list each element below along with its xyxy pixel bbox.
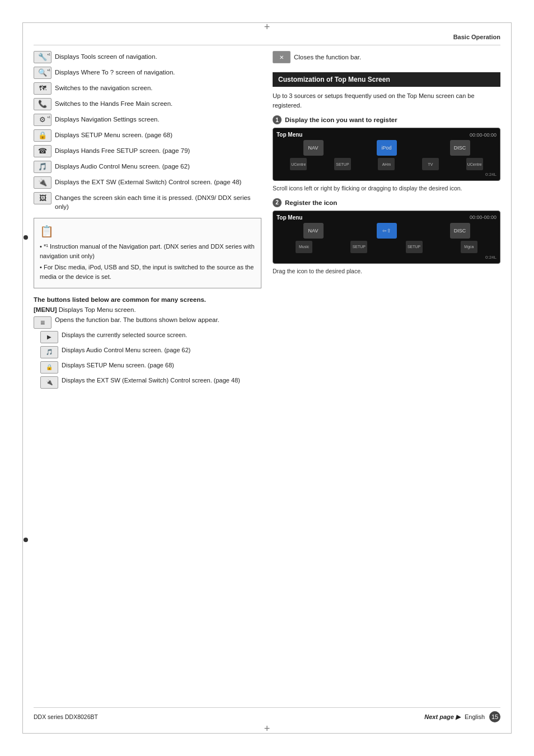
list-item: 🔧 *¹ Displays Tools screen of navigation… — [34, 51, 261, 63]
sub-text-ext: Displays the EXT SW (External Switch) Co… — [62, 376, 240, 385]
icon-extsw: 🔌 — [34, 176, 51, 189]
screen-label-1: Top Menu — [277, 132, 302, 138]
step1-label: Display the icon you want to register — [285, 116, 397, 123]
screen-topbar-1: Top Menu 00:00-00:00 — [277, 132, 496, 138]
item-text-skin: Changes the screen skin each time it is … — [55, 192, 261, 211]
funcbar-icon: ≡ — [34, 316, 51, 329]
sub-list: ▶ Displays the currently selected source… — [34, 331, 261, 389]
screen-bottom-row-1: UCentre SETUP AHm TV UCentre — [277, 158, 496, 170]
sub-icon-source: ▶ — [40, 331, 58, 343]
step1-caption: Scroll icons left or right by flicking o… — [273, 184, 500, 193]
screen-mockup-2: Top Menu 00:00-00:00 NAV ⇦⇧ DISC Music S… — [273, 211, 500, 264]
screen-status-right-1: 0:24L — [485, 172, 496, 177]
step2-label: Register the icon — [285, 199, 337, 206]
screen-bottom-icon-9: Mgca — [461, 241, 477, 253]
left-marker-2 — [24, 538, 28, 542]
icon-nav: 🗺 — [34, 82, 51, 95]
sub-list-item: 🎵 Displays Audio Control Menu screen. (p… — [40, 346, 261, 358]
right-column: ✕ Closes the function bar. Customization… — [273, 51, 500, 702]
screen-status-row-2: 0:24L — [277, 255, 496, 260]
screen-icon-disc: DISC — [450, 140, 470, 156]
funcbar-text: Opens the function bar. The buttons show… — [55, 316, 219, 323]
sub-list-item: 🔒 Displays SETUP Menu screen. (page 68) — [40, 361, 261, 374]
screen-bottom-row-2: Music SETUP SETUP Mgca — [277, 241, 496, 253]
screen-icon-nav-2: NAV — [303, 223, 324, 239]
step1-header: 1 Display the icon you want to register — [273, 115, 500, 124]
sub-list-item: ▶ Displays the currently selected source… — [40, 331, 261, 343]
crosshair-bottom — [264, 723, 270, 735]
note-box: 📋 • *¹ Instruction manual of the Navigat… — [34, 218, 261, 288]
note-line-2: • For Disc media, iPod, USB and SD, the … — [40, 263, 255, 281]
screen-icons-row-2: NAV ⇦⇧ DISC — [277, 223, 496, 239]
screen-icons-row-1: NAV iPod DISC — [277, 140, 496, 156]
list-item: ⚙ *¹ Displays Navigation Settings screen… — [34, 114, 261, 126]
item-text-tools: Displays Tools screen of navigation. — [55, 51, 157, 61]
left-marker-1 — [24, 235, 28, 240]
sub-text-source: Displays the currently selected source s… — [62, 331, 187, 339]
customization-intro: Up to 3 sources or setups frequently use… — [273, 91, 500, 110]
item-text-nav: Switches to the navigation screen. — [55, 82, 153, 92]
note-line-1: • *¹ Instruction manual of the Navigatio… — [40, 242, 255, 260]
screen-icon-disc-2: DISC — [450, 223, 470, 239]
sub-icon-audio: 🎵 — [40, 346, 58, 358]
screen-bottom-icon-1: UCentre — [290, 158, 307, 170]
customization-section-title: Customization of Top Menu Screen — [273, 72, 500, 87]
list-item: ☎ Displays Hands Free SETUP screen. (pag… — [34, 145, 261, 157]
icon-tools: 🔧 *¹ — [34, 51, 51, 63]
screen-mockup-1: Top Menu 00:00-00:00 NAV iPod DISC UCent… — [273, 128, 500, 181]
item-text-handsfree: Switches to the Hands Free Main screen. — [55, 98, 172, 108]
screen-bottom-icon-2: SETUP — [334, 158, 351, 170]
icon-navsettings: ⚙ *¹ — [34, 114, 51, 126]
screen-bottom-icon-5: UCentre — [466, 158, 483, 170]
screen-bottom-icon-4: TV — [422, 158, 439, 170]
sub-text-audio: Displays Audio Control Menu screen. (pag… — [62, 346, 191, 354]
common-section-title: The buttons listed below are common for … — [34, 296, 261, 303]
item-text-whereto: Displays Where To ? screen of navigation… — [55, 67, 175, 77]
item-text-setup: Displays SETUP Menu screen. (page 68) — [55, 129, 172, 139]
step2-caption: Drag the icon to the desired place. — [273, 267, 500, 276]
screen-icon-ipod: iPod — [377, 140, 397, 156]
close-bar-icon: ✕ — [273, 51, 291, 63]
list-item: 🖼 Changes the screen skin each time it i… — [34, 192, 261, 211]
sub-list-item: 🔌 Displays the EXT SW (External Switch) … — [40, 376, 261, 389]
screen-topbar-2: Top Menu 00:00-00:00 — [277, 214, 496, 221]
footer-language: English — [465, 713, 485, 720]
close-bar-row: ✕ Closes the function bar. — [273, 51, 500, 63]
item-text-navsettings: Displays Navigation Settings screen. — [55, 114, 160, 124]
icon-handsfree: 📞 — [34, 98, 51, 110]
page-footer: DDX series DDX8026BT Next page ▶ English… — [34, 707, 500, 722]
next-page-label: Next page ▶ — [424, 713, 460, 721]
icon-hfsetup: ☎ — [34, 145, 51, 157]
screen-time-2: 00:00-00:00 — [470, 214, 496, 220]
icon-skin: 🖼 — [34, 192, 51, 204]
common-section: The buttons listed below are common for … — [34, 296, 261, 389]
left-column: 🔧 *¹ Displays Tools screen of navigation… — [34, 51, 261, 702]
close-bar-text: Closes the function bar. — [294, 54, 361, 60]
crosshair-top — [264, 21, 270, 33]
screen-icon-nav: NAV — [303, 140, 324, 156]
screen-bottom-icon-3: AHm — [378, 158, 395, 170]
page-number: 15 — [489, 711, 500, 722]
sub-icon-setup: 🔒 — [40, 361, 58, 374]
main-content: 🔧 *¹ Displays Tools screen of navigation… — [34, 51, 500, 702]
icon-whereto: 🔍 *¹ — [34, 67, 51, 79]
icon-setup: 🔒 — [34, 129, 51, 142]
menu-label: [MENU] — [34, 306, 59, 313]
footer-right: Next page ▶ English 15 — [424, 711, 500, 722]
screen-bottom-icon-6: Music — [296, 241, 312, 253]
list-item: 🔍 *¹ Displays Where To ? screen of navig… — [34, 67, 261, 79]
list-item: 🔌 Displays the EXT SW (External Switch) … — [34, 176, 261, 189]
item-text-hfsetup: Displays Hands Free SETUP screen. (page … — [55, 145, 190, 155]
footer-series: DDX series DDX8026BT — [34, 713, 98, 720]
page-title: Basic Operation — [453, 34, 500, 40]
step1-num: 1 — [273, 115, 282, 124]
page-header: Basic Operation — [34, 34, 500, 45]
list-item: 🎵 Displays Audio Control Menu screen. (p… — [34, 161, 261, 173]
screen-status-right-2: 0:24L — [485, 255, 496, 260]
screen-icon-arrows: ⇦⇧ — [377, 223, 397, 239]
sub-icon-ext: 🔌 — [40, 376, 58, 389]
screen-label-2: Top Menu — [277, 214, 302, 221]
list-item: 📞 Switches to the Hands Free Main screen… — [34, 98, 261, 110]
list-item: 🗺 Switches to the navigation screen. — [34, 82, 261, 95]
screen-status-row-1: 0:24L — [277, 172, 496, 177]
